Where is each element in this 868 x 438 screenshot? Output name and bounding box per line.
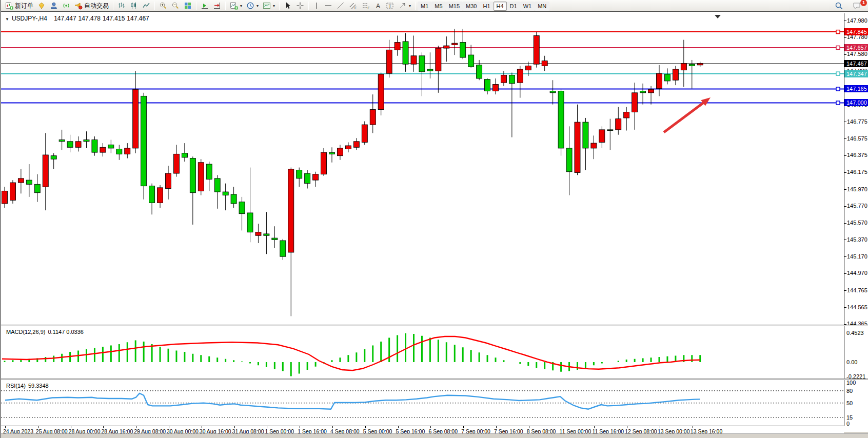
- candle: [542, 56, 547, 71]
- cursor-button[interactable]: [282, 1, 294, 11]
- templates-button[interactable]: ▾: [261, 1, 277, 11]
- candle: [583, 118, 588, 170]
- separator: [196, 2, 196, 10]
- svg-text:T: T: [389, 4, 392, 9]
- candle: [255, 224, 261, 243]
- chart-shift-button[interactable]: [211, 1, 223, 11]
- timeframe-M5[interactable]: M5: [431, 2, 445, 11]
- bar-chart-icon: [117, 2, 126, 10]
- profile-icon: [50, 2, 58, 10]
- pane-splitter[interactable]: [1, 325, 868, 326]
- new-order-label: 新订单: [15, 2, 33, 10]
- hline-147.347[interactable]: [1, 72, 844, 75]
- timeframe-W1[interactable]: W1: [520, 2, 535, 11]
- signal-button[interactable]: [60, 1, 72, 11]
- vertical-line-button[interactable]: [311, 1, 322, 11]
- text-button[interactable]: A: [372, 1, 384, 11]
- svg-text:E: E: [354, 6, 357, 10]
- channel-button[interactable]: E: [347, 1, 360, 11]
- text-label-button[interactable]: T: [384, 1, 397, 11]
- rsi-level-label: 15: [846, 414, 853, 421]
- profile-button[interactable]: [48, 1, 60, 11]
- main-price-chart[interactable]: [1, 13, 844, 325]
- crosshair-button[interactable]: [294, 1, 306, 11]
- arrows-button[interactable]: ▾: [397, 1, 413, 11]
- search-button[interactable]: [833, 1, 845, 11]
- crosshair-icon: [296, 2, 304, 10]
- candle: [362, 122, 367, 145]
- timeframe-H4[interactable]: H4: [494, 2, 507, 11]
- auto-scroll-button[interactable]: [199, 1, 211, 11]
- market-watch-button[interactable]: [35, 1, 48, 11]
- chart-shift-marker-icon[interactable]: [715, 15, 721, 18]
- timeframe-M30[interactable]: M30: [463, 2, 480, 11]
- candle: [345, 142, 351, 152]
- zoom-out-button[interactable]: [169, 1, 182, 11]
- price-tick-label: 145.170: [847, 253, 867, 260]
- notifications-button[interactable]: 1: [851, 1, 864, 11]
- timeframe-MN[interactable]: MN: [535, 2, 549, 11]
- line-chart-mode-button[interactable]: [140, 1, 152, 11]
- price-tick-label: 147.980: [847, 17, 867, 24]
- notification-count-badge: 1: [860, 0, 867, 6]
- periods-button[interactable]: ▾: [244, 1, 261, 11]
- auto-trading-button[interactable]: 自动交易: [72, 1, 111, 11]
- zoom-in-button[interactable]: [157, 1, 169, 11]
- candle: [125, 143, 130, 158]
- candle: [92, 136, 97, 156]
- price-tick-label: 147.580: [847, 51, 867, 57]
- candle: [288, 168, 294, 316]
- macd-pane[interactable]: [1, 326, 844, 379]
- signal-icon: [62, 2, 70, 10]
- price-badge-147.845: 147.845: [844, 28, 868, 35]
- candle: [166, 166, 171, 200]
- trendline-button[interactable]: [334, 1, 347, 11]
- price-tick-label: 146.375: [847, 152, 867, 158]
- candle: [657, 65, 662, 96]
- candle: [575, 105, 580, 175]
- timeframe-D1[interactable]: D1: [507, 2, 520, 11]
- separator: [113, 2, 113, 10]
- timeframe-M1[interactable]: M1: [418, 2, 431, 11]
- candle: [18, 169, 24, 193]
- tile-windows-button[interactable]: [182, 1, 194, 11]
- candle: [51, 153, 56, 169]
- bar-chart-mode-button[interactable]: [115, 1, 128, 11]
- timeframe-H1[interactable]: H1: [480, 2, 493, 11]
- timeframe-M15[interactable]: M15: [446, 2, 463, 11]
- candle: [116, 145, 122, 160]
- chart-header: ▼USDJPY-,H4 147.447147.478147.415147.467: [5, 15, 151, 22]
- candle: [198, 159, 204, 195]
- hline-147.657[interactable]: [1, 46, 844, 49]
- candle: [133, 71, 139, 153]
- rsi-pane[interactable]: [1, 380, 844, 426]
- hline-147.845[interactable]: [1, 30, 844, 34]
- separator: [225, 2, 226, 10]
- candle: [370, 94, 376, 133]
- candle: [231, 187, 236, 208]
- hline-147.165[interactable]: [1, 87, 844, 91]
- candle: [329, 147, 335, 162]
- candle: [264, 212, 269, 254]
- candle: [43, 133, 48, 210]
- pane-splitter[interactable]: [1, 379, 868, 380]
- indicators-button[interactable]: ▾: [228, 1, 244, 11]
- candle: [534, 32, 539, 68]
- hline-147[interactable]: [1, 101, 844, 105]
- caret-down-icon: ▾: [240, 4, 242, 8]
- new-order-button[interactable]: 新订单: [3, 1, 35, 11]
- horizontal-line-button[interactable]: [322, 1, 334, 11]
- caret-down-icon: ▾: [273, 4, 275, 8]
- candle: [697, 62, 703, 67]
- candle: [353, 138, 359, 150]
- price-tick-label: 146.575: [847, 135, 867, 142]
- price-badge-147.000: 147.000: [844, 99, 868, 106]
- svg-text:F: F: [368, 6, 370, 10]
- candlestick-mode-button[interactable]: [128, 1, 140, 11]
- separator: [279, 2, 280, 10]
- time-axis[interactable]: 24 Aug 202325 Aug 08:0028 Aug 00:0028 Au…: [1, 426, 844, 433]
- arrow-object-icon: [399, 2, 407, 10]
- candle: [411, 35, 417, 71]
- ohlc-low: 147.415: [103, 15, 125, 22]
- fibonacci-button[interactable]: F: [360, 1, 372, 11]
